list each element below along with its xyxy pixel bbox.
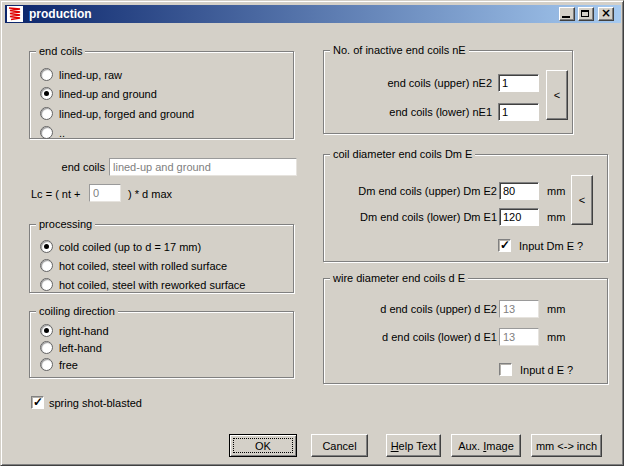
group-coil-diameter: coil diameter end coils Dm E Dm end coil… — [323, 154, 608, 262]
radio-label: lined-up, raw — [59, 69, 122, 81]
radio-label: right-hand — [59, 325, 109, 337]
cancel-button[interactable]: Cancel — [311, 434, 368, 457]
aux-rest: mage — [486, 440, 514, 452]
end-coils-field — [109, 158, 297, 176]
radio-icon — [40, 341, 53, 354]
close-icon: × — [599, 6, 613, 20]
radio-label: lined-up and ground — [59, 88, 157, 100]
radio-left-hand[interactable]: left-hand — [40, 341, 102, 354]
dme2-label: Dm end coils (upper) Dm E2 — [332, 185, 497, 197]
radio-icon-selected — [40, 324, 53, 337]
radio-lined-up-raw[interactable]: lined-up, raw — [40, 68, 122, 81]
group-wire-diameter: wire diameter end coils d E d end coils … — [323, 278, 608, 384]
group-coil-diameter-title: coil diameter end coils Dm E — [330, 148, 475, 160]
radio-icon — [40, 259, 53, 272]
group-inactive-end-coils: No. of inactive end coils nE end coils (… — [323, 50, 573, 134]
input-de-label: Input d E ? — [520, 364, 573, 376]
radio-hot-coiled-rolled[interactable]: hot coiled, steel with rolled surface — [40, 259, 227, 272]
help-rest: elp Text — [399, 440, 437, 452]
de1-unit: mm — [547, 331, 565, 343]
window-title: production — [29, 7, 92, 21]
group-processing: processing cold coiled (up to d = 17 mm)… — [29, 224, 294, 293]
dme1-unit: mm — [547, 211, 565, 223]
radio-label: hot coiled, steel with rolled surface — [59, 260, 227, 272]
maximize-button[interactable] — [578, 7, 594, 21]
dme1-input[interactable] — [499, 208, 539, 226]
ne2-input[interactable] — [498, 74, 539, 92]
lc-formula-suffix: ) * d max — [128, 188, 172, 200]
dme2-input[interactable] — [499, 182, 539, 200]
de2-unit: mm — [547, 303, 565, 315]
radio-label: lined-up, forged and ground — [59, 108, 194, 120]
radio-hot-coiled-reworked[interactable]: hot coiled, steel with reworked surface — [40, 278, 245, 291]
radio-icon — [40, 358, 53, 371]
radio-label: hot coiled, steel with reworked surface — [59, 279, 245, 291]
production-dialog: production × end coils lined-up, raw lin… — [0, 0, 624, 466]
ok-button[interactable]: OK — [229, 434, 297, 457]
group-end-coils: end coils lined-up, raw lined-up and gro… — [29, 51, 294, 139]
dme1-label: Dm end coils (lower) Dm E1 — [332, 211, 497, 223]
radio-lined-up-forged-ground[interactable]: lined-up, forged and ground — [40, 107, 194, 120]
radio-icon — [40, 278, 53, 291]
aux-image-button[interactable]: Aux. Image — [451, 434, 521, 457]
minimize-button[interactable] — [559, 7, 575, 21]
radio-end-coils-other[interactable]: .. — [40, 126, 65, 139]
input-de-checkbox[interactable] — [499, 363, 512, 376]
radio-label: free — [59, 359, 78, 371]
group-inactive-end-coils-title: No. of inactive end coils nE — [330, 44, 469, 56]
de2-input — [499, 300, 539, 318]
titlebar[interactable]: production × — [5, 5, 621, 23]
end-coils-field-label: end coils — [29, 161, 105, 173]
input-dme-label: Input Dm E ? — [519, 240, 583, 252]
minimize-icon — [562, 16, 570, 18]
ne1-label: end coils (lower) nE1 — [332, 106, 492, 118]
group-processing-title: processing — [36, 218, 95, 230]
lc-nt-input — [89, 184, 121, 202]
spring-icon — [7, 6, 23, 22]
maximize-icon — [581, 10, 589, 17]
radio-cold-coiled[interactable]: cold coiled (up to d = 17 mm) — [40, 240, 201, 253]
radio-label: .. — [59, 127, 65, 139]
copy-ne-button[interactable]: < — [546, 70, 568, 120]
copy-dme-button[interactable]: < — [571, 175, 593, 225]
help-text-button[interactable]: Help Text — [386, 434, 441, 457]
aux-pre: Aux. — [458, 440, 483, 452]
lc-formula-prefix: Lc = ( nt + — [31, 188, 81, 200]
group-coiling-direction: coiling direction right-hand left-hand f… — [29, 311, 294, 378]
radio-icon-selected — [40, 240, 53, 253]
radio-icon — [40, 126, 53, 139]
group-end-coils-title: end coils — [36, 45, 85, 57]
radio-label: cold coiled (up to d = 17 mm) — [59, 241, 201, 253]
ne2-label: end coils (upper) nE2 — [332, 77, 492, 89]
radio-icon-selected — [40, 87, 53, 100]
group-coiling-direction-title: coiling direction — [36, 305, 118, 317]
close-button[interactable]: × — [598, 7, 614, 21]
help-key-letter: H — [391, 440, 399, 452]
ne1-input[interactable] — [498, 103, 539, 121]
de1-input — [499, 328, 539, 346]
shot-blasted-label: spring shot-blasted — [49, 397, 142, 409]
input-dme-checkbox[interactable] — [498, 239, 511, 252]
radio-label: left-hand — [59, 342, 102, 354]
de2-label: d end coils (upper) d E2 — [332, 303, 497, 315]
radio-lined-up-and-ground[interactable]: lined-up and ground — [40, 87, 157, 100]
de1-label: d end coils (lower) d E1 — [332, 331, 497, 343]
radio-free[interactable]: free — [40, 358, 78, 371]
mm-inch-button[interactable]: mm <-> inch — [531, 434, 602, 457]
radio-icon — [40, 68, 53, 81]
group-wire-diameter-title: wire diameter end coils d E — [330, 272, 468, 284]
shot-blasted-checkbox[interactable] — [31, 396, 44, 409]
dme2-unit: mm — [547, 185, 565, 197]
radio-icon — [40, 107, 53, 120]
radio-right-hand[interactable]: right-hand — [40, 324, 109, 337]
